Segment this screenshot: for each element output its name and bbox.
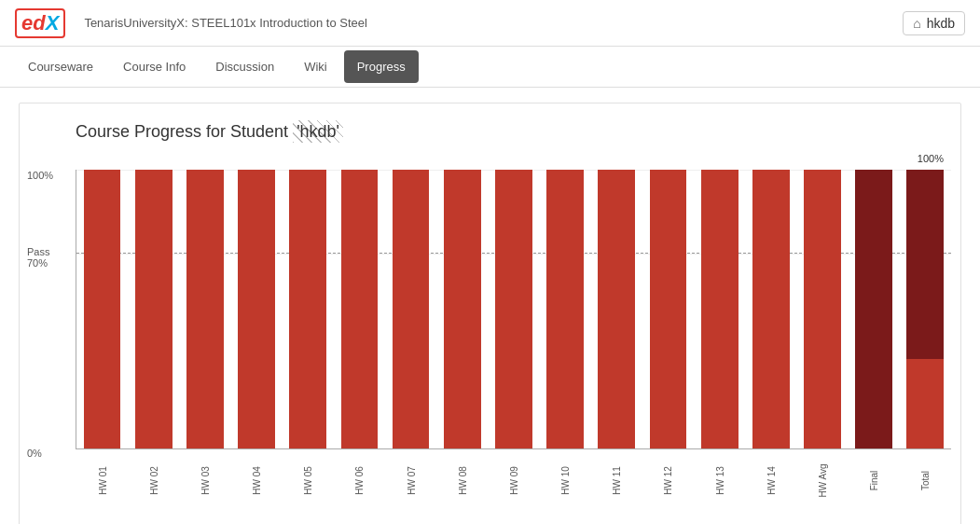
bar-normal-0 (84, 170, 121, 448)
bar-wrapper-HW05: HW 05 (283, 170, 334, 448)
bar-total-light (906, 359, 944, 448)
bar-wrapper-HW06: HW 06 (334, 170, 385, 448)
bar-x-label-7: HW 08 (457, 458, 467, 504)
bar-wrapper-HW03: HW 03 (179, 170, 230, 448)
nav-progress[interactable]: Progress (344, 50, 419, 83)
logo-x-text: X (46, 11, 60, 35)
chart-area: HW 01HW 02HW 03HW 04HW 05HW 06HW 07HW 08… (76, 170, 951, 449)
bar-normal-3 (238, 170, 275, 448)
bar-wrapper-Total: Total (900, 170, 951, 448)
bar-x-label-9: HW 10 (560, 458, 571, 504)
nav: Courseware Course Info Discussion Wiki P… (0, 47, 980, 88)
bar-wrapper-HW13: HW 13 (694, 170, 745, 448)
chart-title-prefix: Course Progress for Student (76, 122, 293, 141)
bar-x-label-4: HW 05 (303, 458, 313, 504)
bar-normal-2 (186, 170, 224, 448)
username: hkdb (927, 16, 955, 31)
bar-x-label-14: HW Avg (817, 458, 827, 504)
bar-x-label-6: HW 07 (406, 458, 416, 504)
chart-title: Course Progress for Student 'hkdb' (76, 122, 951, 142)
user-area[interactable]: ⌂ hkdb (903, 11, 965, 35)
bar-x-label-2: HW 03 (200, 458, 210, 504)
bar-normal-5 (341, 170, 379, 448)
total-top-label: 100% (918, 153, 944, 164)
edx-logo[interactable]: edX (15, 8, 65, 38)
nav-wiki[interactable]: Wiki (291, 50, 340, 83)
bar-wrapper-HW12: HW 12 (642, 170, 694, 448)
bar-wrapper-HW09: HW 09 (488, 170, 539, 448)
bar-wrapper-HW04: HW 04 (231, 170, 283, 448)
bar-normal-11 (650, 170, 687, 448)
bar-wrapper-HWAvg: HW Avg (796, 170, 848, 448)
bar-normal-8 (495, 170, 532, 448)
chart-title-student: 'hkdb' (293, 120, 343, 143)
home-icon: ⌂ (913, 16, 920, 31)
bar-wrapper-HW11: HW 11 (591, 170, 642, 448)
bar-x-label-12: HW 13 (714, 458, 725, 504)
bar-x-label-0: HW 01 (97, 458, 107, 504)
bar-total (906, 170, 944, 448)
bar-wrapper-HW08: HW 08 (436, 170, 488, 448)
bar-normal-9 (546, 170, 584, 448)
bar-x-label-16: Total (920, 458, 931, 504)
bar-x-label-1: HW 02 (148, 458, 159, 504)
course-title: TenarisUniversityX: STEEL101x Introducti… (84, 16, 366, 30)
nav-course-info[interactable]: Course Info (110, 50, 199, 83)
bar-wrapper-HW02: HW 02 (128, 170, 179, 448)
bar-normal-13 (752, 170, 790, 448)
bar-normal-6 (393, 170, 430, 448)
header: edX TenarisUniversityX: STEEL101x Introd… (0, 0, 980, 47)
bars-container: HW 01HW 02HW 03HW 04HW 05HW 06HW 07HW 08… (76, 170, 951, 448)
nav-courseware[interactable]: Courseware (15, 50, 106, 83)
y-label-0: 0% (27, 448, 42, 459)
bar-normal-14 (804, 170, 841, 448)
bar-final (855, 170, 892, 448)
bar-normal-12 (701, 170, 738, 448)
bar-wrapper-HW07: HW 07 (385, 170, 436, 448)
bar-normal-1 (135, 170, 173, 448)
bar-x-label-15: Final (869, 458, 879, 504)
bar-wrapper-Final: Final (849, 170, 900, 448)
bar-x-label-13: HW 14 (766, 458, 776, 504)
chart-container: Course Progress for Student 'hkdb' 100% … (19, 103, 961, 524)
bar-x-label-3: HW 04 (252, 458, 262, 504)
main-content: Course Progress for Student 'hkdb' 100% … (0, 88, 980, 524)
logo-ed-text: ed (21, 11, 46, 35)
bar-normal-10 (598, 170, 635, 448)
bar-x-label-5: HW 06 (354, 458, 365, 504)
y-label-100: 100% (27, 170, 53, 181)
bar-x-label-11: HW 12 (663, 458, 673, 504)
bar-x-label-10: HW 11 (612, 458, 622, 504)
bar-wrapper-HW01: HW 01 (76, 170, 128, 448)
bar-wrapper-HW14: HW 14 (745, 170, 796, 448)
nav-discussion[interactable]: Discussion (202, 50, 287, 83)
bar-total-dark (906, 170, 944, 359)
bar-normal-4 (289, 170, 326, 448)
y-label-pass: Pass 70% (27, 246, 49, 269)
bar-normal-7 (444, 170, 481, 448)
bar-wrapper-HW10: HW 10 (540, 170, 591, 448)
bar-x-label-8: HW 09 (508, 458, 518, 504)
